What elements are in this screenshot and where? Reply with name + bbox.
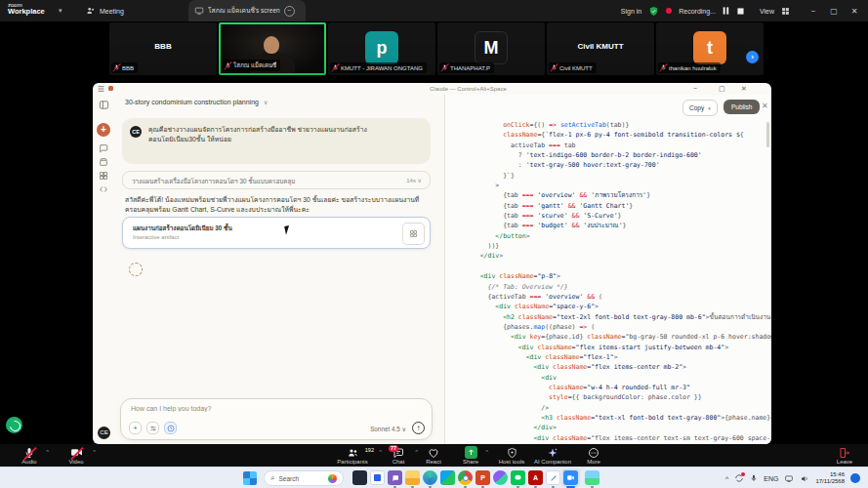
model-name: Sonnet 4.5 — [370, 426, 399, 432]
stop-share-icon[interactable]: − — [284, 6, 295, 17]
panel-close-icon[interactable]: ✕ — [762, 102, 768, 110]
audio-button[interactable]: ^ Audio — [8, 444, 51, 467]
tile-label: โสภณ แม็คเคนซี่ — [233, 61, 276, 70]
view-grid-icon[interactable] — [781, 7, 790, 16]
claude-maximize-button[interactable]: ▢ — [719, 85, 725, 93]
taskbar-app-teams[interactable] — [388, 470, 402, 485]
taskbar-app-photos-tile[interactable] — [440, 470, 455, 485]
claude-close-button[interactable]: ✕ — [741, 85, 747, 93]
code-icon[interactable] — [99, 184, 108, 194]
taskbar-app-line[interactable] — [511, 470, 525, 485]
zoom-floating-indicator[interactable] — [6, 417, 22, 433]
taskbar-app-zoom[interactable] — [563, 470, 578, 485]
claude-minimize-button[interactable]: − — [693, 85, 697, 92]
sidebar-toggle-icon[interactable] — [99, 100, 109, 110]
publish-button[interactable]: Publish — [723, 100, 760, 114]
sign-in-link[interactable]: Sign in — [621, 8, 641, 15]
tab-shared-screen[interactable]: โสภณ แม็คเคนซี่'s screen − — [188, 0, 306, 21]
send-button[interactable]: ↑ — [412, 422, 425, 434]
sync-icon[interactable] — [734, 473, 744, 483]
video-tile-thanaphat[interactable]: M THANAPHAT.P — [437, 22, 545, 75]
projects-icon[interactable] — [99, 157, 108, 167]
video-tile-active-speaker[interactable]: โสภณ แม็คเคนซี่ — [219, 22, 326, 75]
video-button[interactable]: ^ Video — [55, 444, 98, 467]
next-participants-button[interactable]: › — [746, 51, 759, 63]
history-clock-button[interactable] — [164, 422, 177, 434]
clock[interactable]: 15:46 17/11/2568 — [815, 471, 845, 485]
loading-spinner — [129, 263, 143, 276]
video-tile-thanikan[interactable]: t thanikan houlraluk — [656, 22, 764, 75]
stop-recording-button[interactable] — [737, 7, 745, 15]
meeting-tab-label: Meeting — [100, 8, 124, 15]
screen: zoom Workplace ▾ Meeting โสภณ แม็คเคนซี่… — [0, 0, 868, 488]
code-scrollbar[interactable] — [766, 122, 769, 147]
artifact-subtitle: Interactive artifact — [133, 234, 179, 240]
taskbar-app-widgets[interactable] — [370, 470, 385, 485]
participants-label: Participants — [325, 459, 380, 466]
zoom-brand-bottom: Workplace — [8, 8, 45, 16]
tile-name-text: Civil KMUTT — [547, 42, 654, 51]
new-chat-button[interactable]: + — [97, 123, 110, 137]
artifacts-grid-icon[interactable] — [99, 171, 108, 181]
view-label[interactable]: View — [760, 8, 774, 15]
start-button[interactable] — [243, 471, 257, 485]
taskbar-search[interactable]: ⌕ Search — [264, 470, 344, 486]
menu-icon[interactable] — [98, 86, 104, 92]
chat-input[interactable] — [131, 405, 414, 412]
audio-options-caret[interactable]: ^ — [46, 449, 49, 455]
video-tile-jirawan[interactable]: p KMUTT - JIRAWAN ONGTANG — [328, 22, 435, 75]
tray-expand-icon[interactable]: ^ — [725, 475, 728, 482]
taskbar-app-terminal[interactable] — [352, 470, 367, 485]
share-label: Share — [451, 459, 490, 466]
react-button[interactable]: React — [418, 444, 449, 467]
network-icon[interactable] — [784, 474, 794, 483]
taskbar-app-explorer[interactable] — [405, 470, 420, 485]
taskbar-app-clipchamp[interactable] — [493, 470, 508, 485]
window-close-button[interactable]: ✕ — [847, 7, 861, 16]
thinking-summary-row[interactable]: วางแผนสร้างเครื่องมือโครงการคอนโดฯ 30 ชั… — [122, 171, 431, 189]
video-options-caret[interactable]: ^ — [93, 449, 96, 455]
tab-meeting[interactable]: Meeting — [86, 0, 124, 21]
chat-input-container: + Sonnet 4.5 ∨ ↑ — [120, 398, 433, 440]
volume-icon[interactable] — [800, 474, 809, 483]
tray-mic-icon[interactable] — [750, 473, 758, 483]
artifact-versions-button[interactable] — [402, 223, 425, 245]
window-maximize-button[interactable]: ▢ — [827, 7, 841, 16]
attach-button[interactable]: + — [129, 422, 142, 434]
system-tray: ^ ENG 15:46 17/11/2568 — [725, 468, 868, 488]
window-minimize-button[interactable]: − — [806, 7, 820, 16]
account-avatar[interactable]: CE — [98, 427, 110, 439]
artifact-code[interactable]: onClick={() => setActiveTab(tab)} classN… — [465, 120, 771, 444]
more-button[interactable]: More — [578, 444, 609, 467]
chevron-down-icon: ▾ — [708, 105, 711, 111]
chat-button[interactable]: 77 ^ Chat — [381, 444, 416, 467]
workspace-chevron-icon[interactable]: ▾ — [59, 7, 62, 15]
taskbar-app-pen[interactable] — [546, 470, 560, 485]
ai-companion-button[interactable]: AI Companion — [527, 444, 578, 467]
conversation-title[interactable]: 30-story condominium construction planni… — [125, 99, 268, 105]
leave-button[interactable]: Leave — [825, 444, 864, 467]
artifact-card[interactable]: แผนงานก่อสร้างคอนโดมิเนียม 30 ชั้น Inter… — [122, 217, 431, 249]
language-indicator[interactable]: ENG — [764, 475, 778, 482]
artifact-title: แผนงานก่อสร้างคอนโดมิเนียม 30 ชั้น — [133, 224, 232, 233]
taskbar-app-acrobat[interactable]: A — [528, 470, 543, 485]
video-tile-civil-kmutt[interactable]: Civil KMUTT Civil KMUTT — [547, 22, 654, 75]
copy-button[interactable]: Copy ▾ — [682, 100, 718, 116]
recording-label: Recording... — [679, 8, 716, 15]
model-selector[interactable]: Sonnet 4.5 ∨ — [370, 426, 406, 432]
pause-recording-button[interactable] — [723, 7, 730, 15]
share-button[interactable]: ^ Share — [451, 444, 490, 467]
claude-window-title: Claude — Control+Alt+Space — [430, 86, 507, 92]
notification-badge[interactable] — [850, 473, 860, 483]
host-tools-button[interactable]: Host tools — [492, 444, 531, 467]
taskbar-app-pictures[interactable] — [585, 470, 599, 485]
chats-icon[interactable] — [99, 143, 108, 153]
taskbar-app-chrome[interactable] — [458, 470, 473, 485]
taskbar-app-powerpoint[interactable]: P — [475, 470, 490, 485]
host-tools-label: Host tools — [492, 459, 531, 466]
participants-button[interactable]: 192 ^ Participants — [325, 444, 380, 467]
video-tile-bbb[interactable]: BBB BBB — [109, 22, 217, 75]
share-caret[interactable]: ^ — [485, 449, 488, 455]
taskbar-app-edge[interactable] — [423, 470, 437, 485]
tools-button[interactable] — [146, 422, 159, 434]
